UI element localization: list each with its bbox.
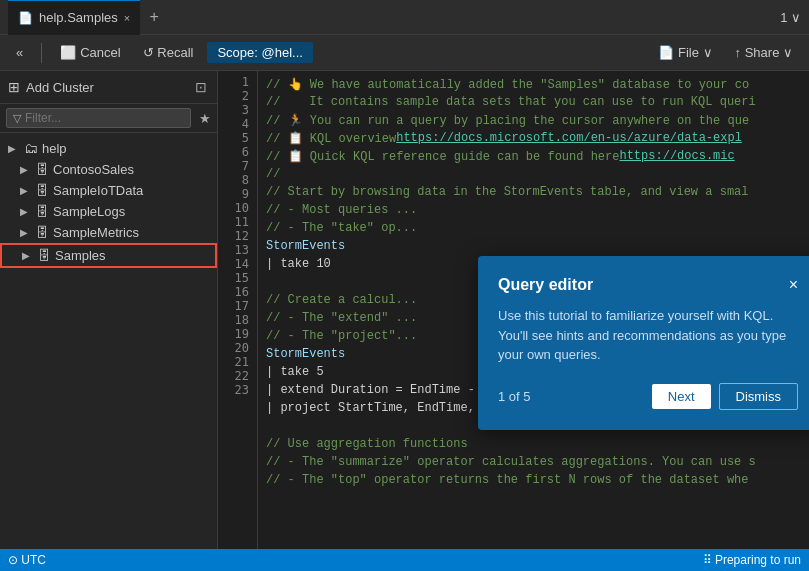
code-line: // - The "top" operator returns the firs… — [266, 471, 801, 489]
cancel-icon: ⬜ — [60, 45, 76, 60]
chevron-icon: ▶ — [20, 206, 32, 217]
chevron-icon: ▶ — [8, 143, 20, 154]
active-tab[interactable]: 📄 help.Samples × — [8, 0, 140, 35]
chevron-icon: ▶ — [22, 250, 34, 261]
help-icon: 🗂 — [24, 140, 38, 156]
code-line: StormEvents — [266, 237, 801, 255]
code-line: // 🏃 You can run a query by placing the … — [266, 111, 801, 129]
tree-item-label: ContosoSales — [53, 162, 134, 177]
cancel-label: Cancel — [80, 45, 120, 60]
dismiss-button[interactable]: Dismiss — [719, 383, 799, 410]
popup-body: Use this tutorial to familiarize yoursel… — [498, 306, 798, 365]
file-label: File ∨ — [678, 45, 713, 60]
tree-item-contoso[interactable]: ▶ 🗄 ContosoSales — [0, 159, 217, 180]
chevron-icon: ▶ — [20, 227, 32, 238]
expand-icon: « — [16, 45, 23, 60]
code-line: // - The "take" op... — [266, 219, 801, 237]
scope-button[interactable]: Scope: @hel... — [207, 42, 312, 63]
utc-label: ⊙ UTC — [8, 553, 46, 567]
filter-icon: ▽ — [13, 112, 21, 125]
next-button[interactable]: Next — [652, 384, 711, 409]
tree-area: ▶ 🗂 help ▶ 🗄 ContosoSales ▶ 🗄 SampleIoTD… — [0, 133, 217, 549]
popup-title: Query editor — [498, 276, 593, 294]
line-numbers: 12345 678910 1112131415 1617181920 21222… — [218, 71, 258, 549]
code-line: // - The "summarize" operator calculates… — [266, 453, 801, 471]
toolbar-separator — [41, 43, 42, 63]
chevron-icon: ▶ — [20, 185, 32, 196]
chevron-icon: ▶ — [20, 164, 32, 175]
add-cluster-label: Add Cluster — [26, 80, 94, 95]
query-editor-popup: Query editor × Use this tutorial to fami… — [478, 256, 809, 430]
top-bar: 📄 help.Samples × + 1 ∨ — [0, 0, 809, 35]
recall-label: ↺ Recall — [143, 45, 194, 60]
add-cluster-button[interactable]: ⊞ Add Cluster — [8, 79, 189, 95]
new-tab-button[interactable]: + — [140, 3, 168, 31]
code-line: // Use aggregation functions — [266, 435, 801, 453]
page-indicator: 1 of 5 — [498, 389, 531, 404]
tree-item-label: SampleLogs — [53, 204, 125, 219]
star-icon[interactable]: ★ — [199, 111, 211, 126]
code-line: // 📋 KQL overview https://docs.microsoft… — [266, 129, 801, 147]
recall-button[interactable]: ↺ Recall — [135, 42, 202, 63]
code-line: // 📋 Quick KQL reference guide can be fo… — [266, 147, 801, 165]
status-bar: ⊙ UTC ⠿ Preparing to run — [0, 549, 809, 571]
db-icon: 🗄 — [36, 183, 49, 198]
tree-item-samples[interactable]: ▶ 🗄 Samples — [0, 243, 217, 268]
db-icon: 🗄 — [36, 204, 49, 219]
tree-item-help[interactable]: ▶ 🗂 help — [0, 137, 217, 159]
main-content: ⊞ Add Cluster ⊡ ▽ ★ ▶ 🗂 help ▶ 🗄 Cont — [0, 71, 809, 549]
db-icon: 🗄 — [36, 225, 49, 240]
share-label: ↑ Share ∨ — [735, 45, 793, 60]
file-button[interactable]: 📄 File ∨ — [650, 42, 721, 63]
filter-input-wrap: ▽ — [6, 108, 191, 128]
sidebar-filter: ▽ ★ — [0, 104, 217, 133]
popup-footer: 1 of 5 Next Dismiss — [498, 383, 798, 410]
popup-header: Query editor × — [498, 276, 798, 294]
db-icon: 🗄 — [38, 248, 51, 263]
tree-item-iot[interactable]: ▶ 🗄 SampleIoTData — [0, 180, 217, 201]
tree-item-label: Samples — [55, 248, 106, 263]
expand-button[interactable]: « — [8, 42, 31, 63]
tree-item-metrics[interactable]: ▶ 🗄 SampleMetrics — [0, 222, 217, 243]
tree-item-label: help — [42, 141, 67, 156]
file-icon: 📄 — [658, 45, 674, 60]
code-line: // 👆 We have automatically added the "Sa… — [266, 75, 801, 93]
sidebar: ⊞ Add Cluster ⊡ ▽ ★ ▶ 🗂 help ▶ 🗄 Cont — [0, 71, 218, 549]
scope-label: Scope: @hel... — [217, 45, 302, 60]
tab-count-label[interactable]: 1 ∨ — [780, 10, 801, 25]
maximize-button[interactable]: ⊡ — [193, 77, 209, 97]
status-right: ⠿ Preparing to run — [703, 553, 801, 567]
tree-item-label: SampleMetrics — [53, 225, 139, 240]
cancel-button[interactable]: ⬜ Cancel — [52, 42, 128, 63]
tab-close-icon[interactable]: × — [124, 12, 130, 24]
top-right-controls: 1 ∨ — [780, 10, 801, 25]
popup-close-button[interactable]: × — [789, 277, 798, 293]
tree-item-logs[interactable]: ▶ 🗄 SampleLogs — [0, 201, 217, 222]
tab-label: help.Samples — [39, 10, 118, 25]
add-cluster-icon: ⊞ — [8, 79, 20, 95]
code-line: // Start by browsing data in the StormEv… — [266, 183, 801, 201]
tree-item-label: SampleIoTData — [53, 183, 143, 198]
share-button[interactable]: ↑ Share ∨ — [727, 42, 801, 63]
tab-icon: 📄 — [18, 11, 33, 25]
code-line: // It contains sample data sets that you… — [266, 93, 801, 111]
filter-input[interactable] — [25, 111, 184, 125]
db-icon: 🗄 — [36, 162, 49, 177]
toolbar: « ⬜ Cancel ↺ Recall Scope: @hel... 📄 Fil… — [0, 35, 809, 71]
code-line: // - Most queries ... — [266, 201, 801, 219]
sidebar-header: ⊞ Add Cluster ⊡ — [0, 71, 217, 104]
preparing-label: ⠿ Preparing to run — [703, 553, 801, 567]
code-line: // — [266, 165, 801, 183]
editor[interactable]: 12345 678910 1112131415 1617181920 21222… — [218, 71, 809, 549]
